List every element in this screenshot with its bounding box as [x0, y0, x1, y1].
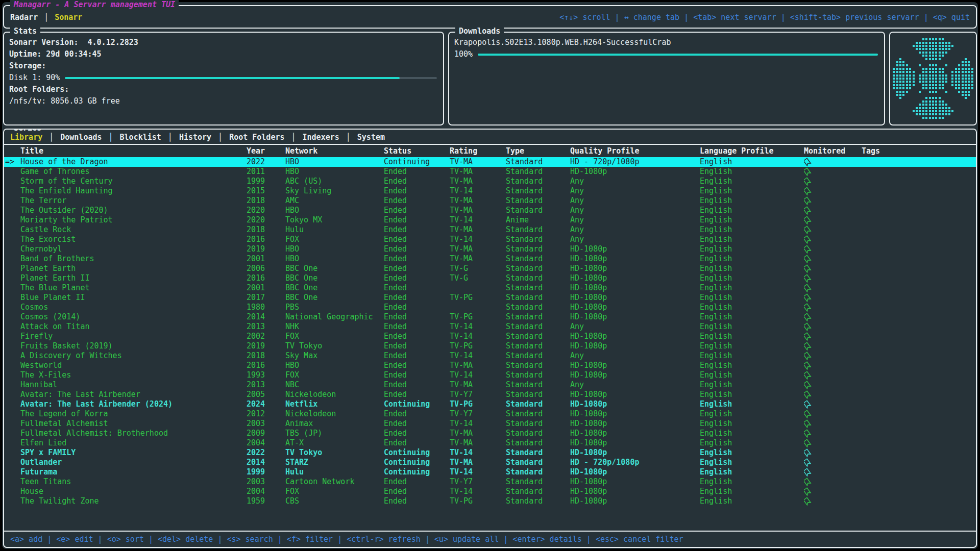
table-row[interactable]: The Outsider (2020)2020HBOEndedTV-MAStan…: [4, 206, 976, 215]
table-row[interactable]: The Exorcist2016FOXEndedTV-14StandardAny…: [4, 235, 976, 244]
table-row[interactable]: Cosmos (2014)2014National GeographicEnde…: [4, 312, 976, 322]
cell-network: FOX: [285, 487, 384, 496]
cell-language: English: [700, 496, 804, 506]
cell-rating: TV-PG: [450, 496, 506, 506]
cell-rating: TV-MA: [450, 196, 506, 206]
bookmark-icon: [804, 419, 814, 429]
table-row[interactable]: Avatar: The Last Airbender2005Nickelodeo…: [4, 390, 976, 399]
cell-type: Standard: [506, 283, 570, 293]
table-row[interactable]: Attack on Titan2013NHKEndedTV-14Standard…: [4, 322, 976, 332]
table-row[interactable]: Castle Rock2018HuluEndedTV-MAStandardAny…: [4, 225, 976, 235]
cell-rating: TV-PG: [450, 312, 506, 322]
table-row[interactable]: House2004FOXEndedTV-14StandardHD-1080pEn…: [4, 487, 976, 496]
cell-year: 2020: [247, 206, 285, 215]
cell-rating: TV-MA: [450, 244, 506, 254]
cell-language: English: [700, 429, 804, 438]
cell-network: Sky Max: [285, 351, 384, 361]
series-tab-system[interactable]: System: [357, 133, 385, 142]
series-tab-separator: │: [49, 133, 54, 142]
table-row[interactable]: =>House of the Dragon2022HBOContinuingTV…: [4, 157, 976, 167]
downloads-line: Krapopolis.S02E13.1080p.WEB.H264-Success…: [454, 37, 879, 48]
cell-rating: TV-14: [450, 419, 506, 429]
table-row[interactable]: The Legend of Korra2012NickelodeonEndedT…: [4, 409, 976, 419]
tab-sonarr[interactable]: Sonarr: [55, 13, 82, 22]
cell-type: Standard: [506, 264, 570, 273]
cell-monitored: [804, 380, 862, 390]
cell-quality: HD-1080p: [570, 361, 700, 370]
table-row[interactable]: Hannibal2013NBCEndedTV-MAStandardAnyEngl…: [4, 380, 976, 390]
table-row[interactable]: Planet Earth2006BBC OneEndedTV-GStandard…: [4, 264, 976, 273]
cell-year: 2013: [247, 322, 285, 332]
downloads-progress-fill: [478, 54, 878, 56]
cell-network: TV Tokyo: [285, 448, 384, 458]
table-row[interactable]: Teen Titans2003Cartoon NetworkEndedTV-Y7…: [4, 477, 976, 487]
table-row[interactable]: The Twilight Zone1959CBSEndedTV-PGStanda…: [4, 496, 976, 506]
cell-type: Standard: [506, 370, 570, 380]
cell-monitored: [804, 370, 862, 381]
series-tab-downloads[interactable]: Downloads: [60, 133, 102, 142]
cell-status: Ended: [384, 438, 450, 448]
series-tab-root-folders[interactable]: Root Folders: [229, 133, 284, 142]
cell-title: The Outsider (2020): [20, 206, 247, 215]
cell-rating: TV-MA: [450, 225, 506, 235]
cell-rating: TV-PG: [450, 399, 506, 409]
bookmark-icon: [804, 264, 814, 274]
table-row[interactable]: Blue Planet II2017BBC OneEndedTV-PGStand…: [4, 293, 976, 303]
cell-title: Planet Earth: [20, 264, 247, 273]
table-row[interactable]: Fullmetal Alchemist: Brotherhood2009TBS …: [4, 429, 976, 438]
table-row[interactable]: Outlander2014STARZContinuingTV-MAStandar…: [4, 458, 976, 467]
table-row[interactable]: Cosmos1980PBSEndedStandardHD-1080pEnglis…: [4, 303, 976, 312]
series-tab-blocklist[interactable]: Blocklist: [120, 133, 161, 142]
table-row[interactable]: Firefly2002FOXEndedTV-14StandardHD-1080p…: [4, 332, 976, 341]
series-tab-history[interactable]: History: [179, 133, 211, 142]
series-tab-library[interactable]: Library: [10, 133, 42, 142]
table-row[interactable]: A Discovery of Witches2018Sky MaxEndedTV…: [4, 351, 976, 361]
table-row[interactable]: Game of Thrones2011HBOEndedTV-MAStandard…: [4, 167, 976, 177]
table-row[interactable]: Chernobyl2019HBOEndedTV-MAStandardHD-108…: [4, 244, 976, 254]
series-tab-indexers[interactable]: Indexers: [303, 133, 339, 142]
stats-panel-title: Stats: [10, 27, 40, 36]
cell-monitored: [804, 167, 862, 177]
table-row[interactable]: Westworld2016HBOEndedTV-MAStandardHD-108…: [4, 361, 976, 370]
cell-status: Ended: [384, 244, 450, 254]
column-header-type: Type: [506, 146, 570, 156]
cell-type: Standard: [506, 429, 570, 438]
table-row[interactable]: Elfen Lied2004AT-XEndedTV-MAStandardHD-1…: [4, 438, 976, 448]
bookmark-icon: [804, 448, 814, 458]
cell-rating: TV-MA: [450, 254, 506, 264]
bookmark-icon: [804, 390, 814, 400]
cell-quality: HD-1080p: [570, 429, 700, 438]
table-row[interactable]: Moriarty the Patriot2020Tokyo MXEndedTV-…: [4, 215, 976, 225]
table-row[interactable]: The Blue Planet2001BBC OneEndedStandardH…: [4, 283, 976, 293]
table-row[interactable]: Band of Brothers2001HBOEndedTV-MAStandar…: [4, 254, 976, 264]
table-row[interactable]: SPY x FAMILY2022TV TokyoContinuingTV-14S…: [4, 448, 976, 458]
table-row[interactable]: Avatar: The Last Airbender (2024)2024Net…: [4, 399, 976, 409]
cell-status: Ended: [384, 235, 450, 244]
tab-radarr[interactable]: Radarr: [10, 13, 38, 22]
cell-status: Continuing: [384, 448, 450, 458]
cell-monitored: [804, 429, 862, 439]
cell-quality: HD-1080p: [570, 390, 700, 399]
table-row[interactable]: Fruits Basket (2019)2019TV TokyoEndedTV-…: [4, 341, 976, 351]
cell-type: Standard: [506, 254, 570, 264]
cell-title: Planet Earth II: [20, 273, 247, 283]
cell-title: Game of Thrones: [20, 167, 247, 177]
cell-status: Ended: [384, 167, 450, 177]
cell-year: 2014: [247, 312, 285, 322]
cell-year: 2018: [247, 196, 285, 206]
table-row[interactable]: Planet Earth II2016BBC OneEndedTV-GStand…: [4, 273, 976, 283]
bookmark-icon: [804, 429, 814, 439]
table-row[interactable]: The X-Files1993FOXEndedTV-14StandardHD-1…: [4, 370, 976, 380]
table-row[interactable]: Fullmetal Alchemist2003AnimaxEndedTV-14S…: [4, 419, 976, 429]
cell-rating: TV-MA: [450, 438, 506, 448]
table-row[interactable]: The Terror2018AMCEndedTV-MAStandardAnyEn…: [4, 196, 976, 206]
servarr-tabs: Radarr │ Sonarr: [10, 13, 82, 22]
cell-rating: TV-14: [450, 322, 506, 332]
cell-year: 2018: [247, 225, 285, 235]
column-header-tags: Tags: [862, 146, 975, 156]
table-row[interactable]: The Enfield Haunting2015Sky LivingEndedT…: [4, 186, 976, 196]
cell-type: Standard: [506, 244, 570, 254]
cell-quality: HD-1080p: [570, 341, 700, 351]
table-row[interactable]: Storm of the Century1999ABC (US)EndedTV-…: [4, 177, 976, 186]
table-row[interactable]: Futurama1999HuluContinuingTV-14StandardH…: [4, 467, 976, 477]
